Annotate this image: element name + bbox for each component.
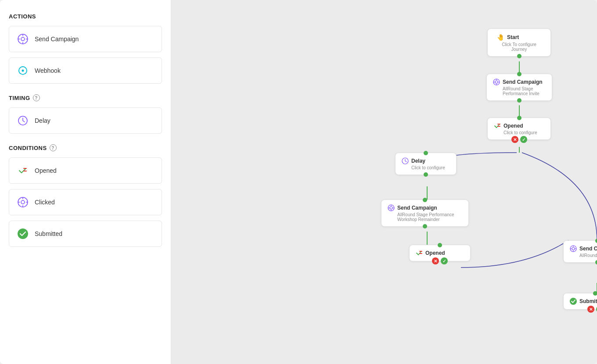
opened-node-1[interactable]: Opened Click to configure ✕ ✓ <box>487 118 551 140</box>
opened2-yes-badge: ✓ <box>441 257 448 264</box>
send2-bottom-connector <box>423 224 427 228</box>
sidebar-item-webhook[interactable]: Webhook <box>9 57 162 84</box>
delay-node[interactable]: Delay Click to configure <box>395 153 457 175</box>
send1-bottom-connector <box>517 98 521 103</box>
webhook-icon <box>17 65 29 76</box>
send1-icon <box>493 79 500 86</box>
canvas: 🤚 Start Click To configure Journey Send … <box>171 0 597 364</box>
svg-point-6 <box>22 70 24 72</box>
send-campaign-node-1[interactable]: Send Campaign AllRound Stage Performance… <box>486 74 552 101</box>
svg-text:🤚: 🤚 <box>497 34 504 41</box>
opened2-icon <box>416 250 423 257</box>
send-campaign-node-2[interactable]: Send Campaign AllRound Stage Performance… <box>381 200 469 227</box>
start-hand-icon: 🤚 <box>496 33 504 41</box>
delay-bottom-connector <box>424 172 428 177</box>
conditions-section-title: CONDITIONS ? <box>9 144 162 151</box>
opened1-icon <box>494 122 501 129</box>
delay-icon <box>17 115 29 126</box>
opened2-top-connector <box>438 243 442 247</box>
svg-point-40 <box>572 247 575 250</box>
submitted-canvas-icon <box>570 298 577 305</box>
sidebar-item-send-campaign[interactable]: Send Campaign <box>9 26 162 52</box>
svg-point-14 <box>18 228 28 239</box>
opened1-no-badge: ✕ <box>511 136 518 143</box>
opened-label: Opened <box>35 167 57 174</box>
sidebar-item-submitted[interactable]: Submitted <box>9 221 162 247</box>
submitted-node[interactable]: Submitted ✕ ✓ <box>563 293 597 310</box>
send-campaign-label: Send Campaign <box>35 36 79 43</box>
opened1-badges: ✕ ✓ <box>511 136 527 143</box>
start-node[interactable]: 🤚 Start Click To configure Journey <box>487 29 551 57</box>
delay-top-connector <box>424 151 428 155</box>
sidebar: ACTIONS Send Campaign Webhook TIMING ? <box>0 0 171 364</box>
submitted-no-badge: ✕ <box>587 306 594 313</box>
send-campaign-icon <box>17 33 29 45</box>
delay-label: Delay <box>35 117 50 124</box>
clicked-icon <box>17 196 29 208</box>
conditions-help-icon[interactable]: ? <box>50 144 57 151</box>
svg-point-45 <box>570 298 577 305</box>
submitted-top-connector <box>593 291 597 296</box>
send3-bottom-connector <box>595 260 597 264</box>
submitted-badges: ✕ ✓ <box>587 306 597 313</box>
send1-top-connector <box>517 72 521 76</box>
delay-canvas-icon <box>402 157 409 164</box>
opened2-no-badge: ✕ <box>432 257 439 264</box>
start-bottom-connector <box>517 54 521 58</box>
timing-section-title: TIMING ? <box>9 94 162 101</box>
opened2-badges: ✕ ✓ <box>432 257 448 264</box>
opened1-yes-badge: ✓ <box>520 136 527 143</box>
opened-node-2[interactable]: Opened ✕ ✓ <box>409 245 471 261</box>
svg-point-1 <box>21 37 25 41</box>
send2-icon <box>388 204 395 211</box>
sidebar-item-delay[interactable]: Delay <box>9 107 162 134</box>
send3-top-connector <box>595 239 597 243</box>
webhook-label: Webhook <box>35 67 61 74</box>
sidebar-item-opened[interactable]: Opened <box>9 157 162 184</box>
svg-point-23 <box>495 81 498 83</box>
submitted-label: Submitted <box>35 230 62 237</box>
svg-point-9 <box>21 200 25 204</box>
send3-icon <box>570 245 577 252</box>
submitted-icon <box>17 228 29 239</box>
sidebar-item-clicked[interactable]: Clicked <box>9 189 162 215</box>
opened-icon <box>17 165 29 176</box>
clicked-label: Clicked <box>35 199 55 206</box>
opened1-top-connector <box>517 116 521 120</box>
actions-section-title: ACTIONS <box>9 13 162 20</box>
timing-help-icon[interactable]: ? <box>33 94 40 101</box>
send-campaign-node-3[interactable]: Send Campaign AllRound Poll Journey <box>563 240 597 263</box>
svg-point-32 <box>390 207 392 209</box>
send2-top-connector <box>423 198 427 202</box>
